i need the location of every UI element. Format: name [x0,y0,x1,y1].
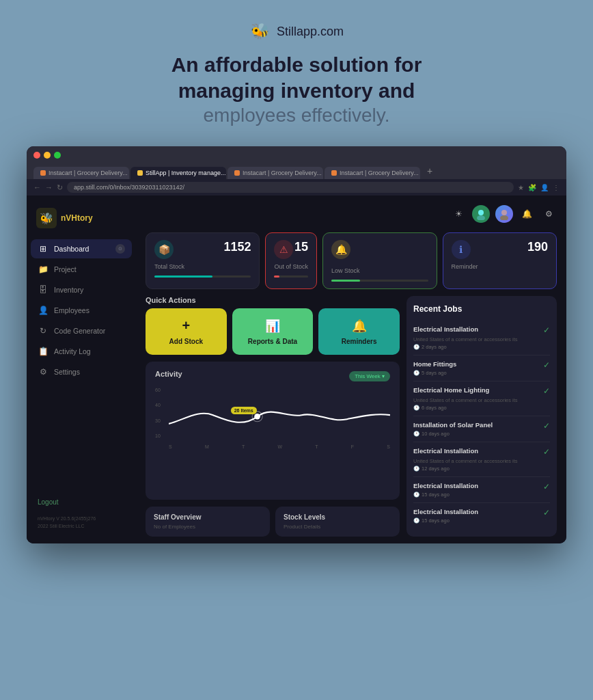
bell-icon[interactable]: 🔔 [519,206,535,222]
sidebar-item-employees[interactable]: 👤 Employees [31,301,132,320]
extension-icon[interactable]: 🧩 [528,184,536,191]
forward-button[interactable]: → [45,183,53,191]
svg-point-2 [501,210,507,215]
chart-container: 60 40 30 10 [155,388,390,449]
job-time-5: 🕐 15 days ago [413,492,550,498]
browser-tab-instacart-1[interactable]: Instacart | Grocery Delivery... ✕ [33,167,129,179]
stat-card-out-of-stock: ⚠ 15 Out of Stock [265,232,317,289]
job-header-3: Installation of Solar Panel ✓ [413,421,550,431]
left-col: Quick Actions + Add Stock 📊 Reports & Da… [146,296,400,537]
menu-icon[interactable]: ⋮ [553,184,560,191]
sidebar-footer: nVHtory V 20.5.6(2455)276 2022 Still Ele… [27,513,136,537]
job-check-2: ✓ [543,386,550,396]
sidebar-label-employees: Employees [54,306,89,314]
job-title-2: Electrical Home Lighting [413,386,489,394]
out-of-stock-bar [274,275,308,278]
job-title-0: Electrical Installation [413,325,478,333]
reminders-icon: 🔔 [352,319,367,334]
brand-header: 🐝 Stillapp.com [249,21,344,42]
stats-row: 📦 1152 Total Stock ⚠ 15 Out of Stock [146,232,557,289]
chart-area: 26 Items [169,388,390,438]
low-stock-bar-fill [331,280,360,282]
back-button[interactable]: ← [33,183,41,191]
job-item-4: Electrical Installation ✓ United States … [413,442,550,477]
job-check-0: ✓ [543,325,550,335]
sidebar-item-project[interactable]: 📁 Project [31,260,132,279]
logout-button[interactable]: Logout [27,492,136,513]
activity-card: Activity This Week ▾ 60 40 30 10 [146,362,400,500]
app-container: 🐝 nVHtory ⊞ Dashboard ⊙ 📁 Project 🗄 Inve… [27,196,566,543]
project-icon: 📁 [38,265,49,274]
tab-label-1: Instacart | Grocery Delivery... [49,170,128,176]
low-stock-label: Low Stock [331,267,428,274]
version-text: nVHtory V 20.5.6(2455)276 [38,515,125,523]
job-time-3: 🕐 10 days ago [413,431,550,437]
reminders-label: Reminders [342,338,377,345]
copyright-text: 2022 Still Electric LLC [38,523,125,530]
browser-tabs: Instacart | Grocery Delivery... ✕ StillA… [33,163,560,179]
maximize-dot[interactable] [54,152,61,159]
reports-label: Reports & Data [248,338,297,345]
job-item-3: Installation of Solar Panel ✓ 🕐 10 days … [413,416,550,442]
sidebar-item-inventory[interactable]: 🗄 Inventory [31,280,132,299]
total-stock-bar-fill [154,275,212,278]
sidebar-label-activitylog: Activity Log [54,347,91,355]
close-dot[interactable] [33,152,40,159]
activitylog-icon: 📋 [38,347,49,356]
total-stock-icon: 📦 [154,240,174,259]
sidebar-label-inventory: Inventory [54,286,83,294]
avatar-green[interactable] [472,205,490,223]
minimize-dot[interactable] [44,152,51,159]
sidebar-item-dashboard[interactable]: ⊞ Dashboard ⊙ [31,239,132,258]
activity-chart-svg [169,388,390,438]
tagline-line2: managing inventory and [171,78,422,104]
tab-favicon-4 [331,170,337,176]
sidebar-item-activitylog[interactable]: 📋 Activity Log [31,342,132,361]
main-content: ☀ 🔔 ⚙ 📦 1152 Total Stock [136,196,566,543]
dashboard-icon: ⊞ [38,244,49,254]
quick-actions-grid: + Add Stock 📊 Reports & Data 🔔 Reminders [146,308,400,355]
add-stock-button[interactable]: + Add Stock [146,308,227,355]
reports-icon: 📊 [265,319,280,334]
reports-data-button[interactable]: 📊 Reports & Data [232,308,314,355]
svg-point-3 [500,215,508,220]
svg-point-1 [477,215,485,220]
sidebar: 🐝 nVHtory ⊞ Dashboard ⊙ 📁 Project 🗄 Inve… [27,196,136,543]
job-time-4: 🕐 12 days ago [413,466,550,472]
browser-tab-stillapp[interactable]: StillApp | Inventory manage... ✕ [130,167,226,179]
browser-tab-instacart-3[interactable]: Instacart | Grocery Delivery... ✕ [325,167,420,179]
reload-button[interactable]: ↻ [57,183,63,192]
job-header-4: Electrical Installation ✓ [413,447,550,457]
job-check-4: ✓ [543,447,550,457]
svg-point-4 [254,414,260,419]
week-selector[interactable]: This Week ▾ [349,371,390,381]
job-item-5: Electrical Installation ✓ 🕐 15 days ago [413,477,550,503]
sun-icon[interactable]: ☀ [450,206,467,222]
browser-tab-instacart-2[interactable]: Instacart | Grocery Delivery... ✕ [227,167,323,179]
logo-text: nVHtory [61,213,93,223]
avatar-user[interactable] [495,205,513,223]
gear-icon[interactable]: ⚙ [540,206,557,222]
staff-overview-card: Staff Overview No of Employees [146,507,270,537]
bookmark-icon[interactable]: ★ [518,184,524,191]
sidebar-nav: ⊞ Dashboard ⊙ 📁 Project 🗄 Inventory 👤 Em… [27,239,136,492]
address-bar[interactable]: app.still.com/0/Inbox/303920311023142/ [67,182,514,193]
settings-icon: ⚙ [38,367,49,377]
add-stock-label: Add Stock [169,338,203,345]
sidebar-label-settings: Settings [54,368,80,376]
job-item-1: Home Fittings ✓ 🕐 5 days ago [413,355,550,381]
sidebar-label-dashboard: Dashboard [54,245,89,253]
job-time-2: 🕐 6 days ago [413,405,550,411]
tab-favicon-2 [137,170,143,176]
profile-icon[interactable]: 👤 [540,184,549,191]
reminders-button[interactable]: 🔔 Reminders [318,308,400,355]
tab-favicon-3 [234,170,240,176]
stat-card-total-stock: 📦 1152 Total Stock [146,232,260,289]
job-time-1: 🕐 5 days ago [413,370,550,376]
sidebar-item-codegen[interactable]: ↻ Code Generator [31,321,132,340]
out-of-stock-value: 15 [294,240,308,254]
sidebar-item-settings[interactable]: ⚙ Settings [31,362,132,381]
out-of-stock-icon: ⚠ [274,240,293,259]
job-title-3: Installation of Solar Panel [413,421,493,429]
new-tab-button[interactable]: + [422,163,438,179]
